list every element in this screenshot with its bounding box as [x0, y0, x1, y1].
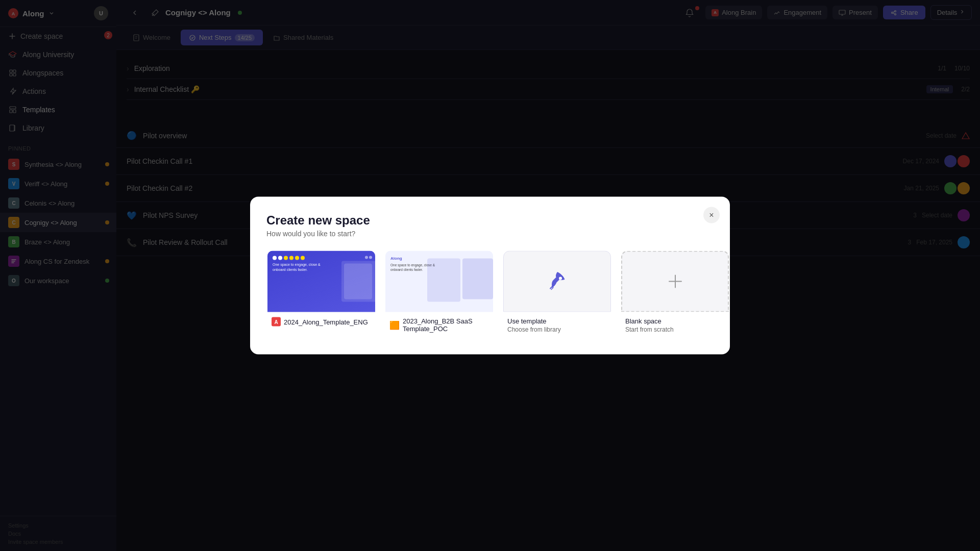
card-label: Blank space [625, 317, 662, 325]
svg-point-15 [559, 277, 562, 280]
rocket-icon [545, 269, 570, 294]
card-info-use-template: Use template Choose from library [503, 312, 611, 337]
card2-logo: Along [390, 256, 402, 261]
dot [284, 256, 288, 260]
card2-thumbnail: Along One space to engage, close & onboa… [385, 251, 494, 312]
card-info-blank: Blank space Start from scratch [621, 312, 729, 337]
modal-close-button[interactable]: × [703, 207, 720, 223]
dot [301, 256, 305, 260]
card-sublabel: Start from scratch [625, 326, 725, 333]
template-card-2[interactable]: Along One space to engage, close & onboa… [384, 250, 494, 338]
use-template-thumbnail [503, 251, 611, 312]
card-label: 2024_Along_Template_ENG [284, 318, 368, 325]
card-icon-emoji: 🟧 [389, 320, 400, 330]
card-label: Use template [507, 317, 547, 325]
card-icon-label: 🟧 2023_Along_B2B SaaS Template_POC [389, 317, 489, 333]
card-info-2: 🟧 2023_Along_B2B SaaS Template_POC [385, 312, 493, 337]
plus-large-icon [665, 271, 685, 292]
template-card-1[interactable]: One space to engage, close & onboard cli… [266, 250, 376, 338]
card-icon-label: Use template [507, 317, 607, 325]
dot [295, 256, 299, 260]
card1-panel [341, 261, 376, 302]
template-card-use-template[interactable]: Use template Choose from library [502, 250, 612, 338]
create-space-modal: Create new space How would you like to s… [250, 197, 730, 355]
close-icon: × [709, 211, 714, 220]
card-icon-label: A 2024_Along_Template_ENG [272, 317, 371, 327]
card-label: 2023_Along_B2B SaaS Template_POC [403, 317, 489, 333]
dot [273, 256, 277, 260]
template-cards-row: One space to engage, close & onboard cli… [266, 250, 714, 338]
card1-dots [273, 256, 372, 260]
card1-thumbnail: One space to engage, close & onboard cli… [267, 251, 376, 312]
template-card-blank[interactable]: Blank space Start from scratch [620, 250, 730, 338]
modal-subtitle: How would you like to start? [266, 230, 714, 238]
card2-panel [427, 259, 460, 302]
dots-row2 [365, 256, 372, 260]
dot-small [365, 256, 368, 259]
card-icon-a: A [272, 317, 281, 327]
card1-panels [341, 261, 376, 302]
card-icon-label: Blank space [625, 317, 725, 325]
card-sublabel: Choose from library [507, 326, 607, 333]
blank-thumbnail [621, 251, 729, 312]
dot-small [369, 256, 372, 259]
card1-text: One space to engage, close & onboard cli… [273, 262, 327, 272]
card1-panel-inner [344, 264, 372, 299]
dot [289, 256, 293, 260]
card2-panel-2 [462, 259, 493, 299]
card2-panels [427, 259, 493, 302]
dot [278, 256, 282, 260]
modal-title: Create new space [266, 213, 714, 228]
card-info-1: A 2024_Along_Template_ENG [267, 312, 375, 331]
